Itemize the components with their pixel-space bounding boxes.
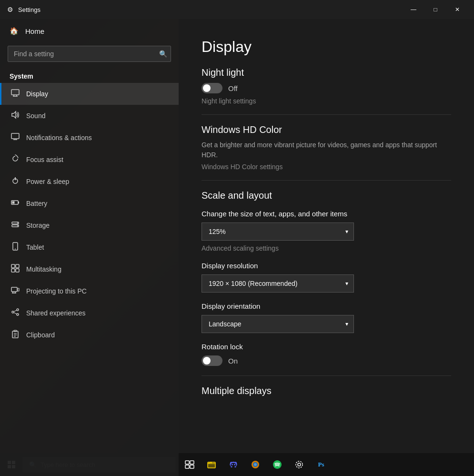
sidebar-item-multitasking[interactable]: Multitasking xyxy=(0,258,179,280)
sidebar: 🏠 Home 🔍 System Display xyxy=(0,19,179,476)
firefox-button[interactable] xyxy=(245,453,266,476)
display-icon xyxy=(11,89,20,99)
svg-point-48 xyxy=(234,464,235,466)
resolution-section: Display resolution 1920 × 1080 (Recommen… xyxy=(202,262,451,293)
sidebar-item-label: Storage xyxy=(26,222,50,229)
app-container: 🏠 Home 🔍 System Display xyxy=(0,19,474,476)
divider-3 xyxy=(202,375,451,376)
power-icon xyxy=(11,176,20,187)
resolution-dropdown[interactable]: 1920 × 1080 (Recommended) 1280 × 720 160… xyxy=(202,274,354,293)
toggle-thumb xyxy=(203,84,211,92)
task-view-button[interactable] xyxy=(179,453,200,476)
svg-marker-4 xyxy=(12,111,16,118)
divider-2 xyxy=(202,180,451,181)
search-box: 🔍 xyxy=(8,46,171,62)
svg-rect-42 xyxy=(185,461,189,464)
taskbar-icons: Ps xyxy=(179,453,332,476)
minimize-button[interactable]: — xyxy=(403,0,424,19)
rotation-lock-toggle-row: On xyxy=(202,355,451,366)
sidebar-item-sound[interactable]: Sound xyxy=(0,105,179,127)
photoshop-button[interactable]: Ps xyxy=(311,453,332,476)
clipboard-icon xyxy=(11,330,20,340)
resolution-label: Display resolution xyxy=(202,262,451,270)
svg-rect-19 xyxy=(11,264,15,268)
title-bar-controls: — □ ✕ xyxy=(403,0,468,19)
sidebar-item-battery[interactable]: Battery xyxy=(0,192,179,214)
orientation-dropdown[interactable]: Landscape Portrait Landscape (flipped) P… xyxy=(202,315,354,333)
svg-rect-12 xyxy=(12,202,15,204)
advanced-scaling-link[interactable]: Advanced scaling settings xyxy=(202,244,451,252)
toggle-thumb xyxy=(203,357,211,365)
night-light-settings-link[interactable]: Night light settings xyxy=(202,97,451,105)
content-area: Display Night light Off Night light sett… xyxy=(179,19,474,476)
orientation-section: Display orientation Landscape Portrait L… xyxy=(202,302,451,333)
sidebar-item-power[interactable]: Power & sleep xyxy=(0,171,179,192)
night-light-state: Off xyxy=(228,84,238,92)
size-label: Change the size of text, apps, and other… xyxy=(202,210,451,218)
svg-line-32 xyxy=(14,313,17,314)
svg-rect-23 xyxy=(11,287,17,292)
svg-point-15 xyxy=(17,223,18,223)
maximize-button[interactable]: □ xyxy=(424,0,446,19)
discord-button[interactable] xyxy=(223,453,244,476)
svg-rect-21 xyxy=(11,269,15,272)
sidebar-item-display[interactable]: Display xyxy=(0,83,179,105)
sidebar-item-label: Tablet xyxy=(26,243,44,251)
svg-rect-20 xyxy=(16,264,19,268)
svg-point-47 xyxy=(232,464,233,466)
sidebar-item-storage[interactable]: Storage xyxy=(0,214,179,236)
svg-point-51 xyxy=(254,463,257,466)
focus-icon xyxy=(11,154,20,165)
sidebar-item-shared[interactable]: Shared experiences xyxy=(0,302,179,324)
nav-list: Display Sound xyxy=(0,83,179,346)
file-explorer-button[interactable] xyxy=(201,453,222,476)
svg-rect-5 xyxy=(11,133,19,139)
sidebar-item-label: Projecting to this PC xyxy=(26,287,87,295)
section-label: System xyxy=(0,69,179,83)
hd-color-heading: Windows HD Color xyxy=(202,124,451,135)
scale-dropdown[interactable]: 100% 125% 150% 175% xyxy=(202,223,354,241)
hd-color-settings-link[interactable]: Windows HD Color settings xyxy=(202,163,451,171)
title-bar: ⚙ Settings — □ ✕ xyxy=(0,0,474,19)
svg-rect-43 xyxy=(190,461,194,464)
sidebar-item-label: Clipboard xyxy=(26,331,55,339)
settings-button[interactable] xyxy=(289,453,310,476)
svg-rect-0 xyxy=(11,90,19,95)
resolution-dropdown-wrapper: 1920 × 1080 (Recommended) 1280 × 720 160… xyxy=(202,274,354,293)
settings-app-icon: ⚙ xyxy=(6,5,14,14)
rotation-lock-state: On xyxy=(228,357,238,365)
storage-icon xyxy=(11,220,20,231)
home-button[interactable]: 🏠 Home xyxy=(0,19,179,43)
window-title: Settings xyxy=(18,6,40,13)
divider-1 xyxy=(202,114,451,115)
svg-rect-24 xyxy=(18,288,19,291)
sound-icon xyxy=(11,111,20,121)
svg-rect-33 xyxy=(12,331,18,338)
sidebar-item-notifications[interactable]: Notifications & actions xyxy=(0,127,179,149)
sidebar-item-tablet[interactable]: Tablet xyxy=(0,236,179,258)
search-input[interactable] xyxy=(8,46,171,62)
shared-icon xyxy=(11,308,20,318)
scale-section: Change the size of text, apps, and other… xyxy=(202,210,451,252)
search-icon[interactable]: 🔍 xyxy=(159,50,167,58)
svg-point-29 xyxy=(12,311,14,313)
svg-line-31 xyxy=(14,310,17,312)
svg-point-28 xyxy=(17,309,19,311)
sidebar-item-label: Power & sleep xyxy=(26,178,69,185)
tablet-icon xyxy=(11,242,20,253)
sidebar-item-projecting[interactable]: Projecting to this PC xyxy=(0,280,179,302)
night-light-toggle[interactable] xyxy=(202,83,222,93)
home-icon: 🏠 xyxy=(10,27,19,35)
home-label: Home xyxy=(25,27,44,35)
svg-point-54 xyxy=(296,461,303,468)
svg-point-30 xyxy=(17,314,19,315)
close-button[interactable]: ✕ xyxy=(446,0,468,19)
sidebar-item-focus[interactable]: Focus assist xyxy=(0,149,179,171)
sidebar-item-label: Battery xyxy=(26,200,47,207)
svg-rect-22 xyxy=(16,269,19,272)
svg-point-18 xyxy=(15,249,16,250)
spotify-button[interactable] xyxy=(267,453,288,476)
notifications-icon xyxy=(11,132,20,143)
rotation-lock-toggle[interactable] xyxy=(202,355,222,366)
sidebar-item-clipboard[interactable]: Clipboard xyxy=(0,324,179,346)
